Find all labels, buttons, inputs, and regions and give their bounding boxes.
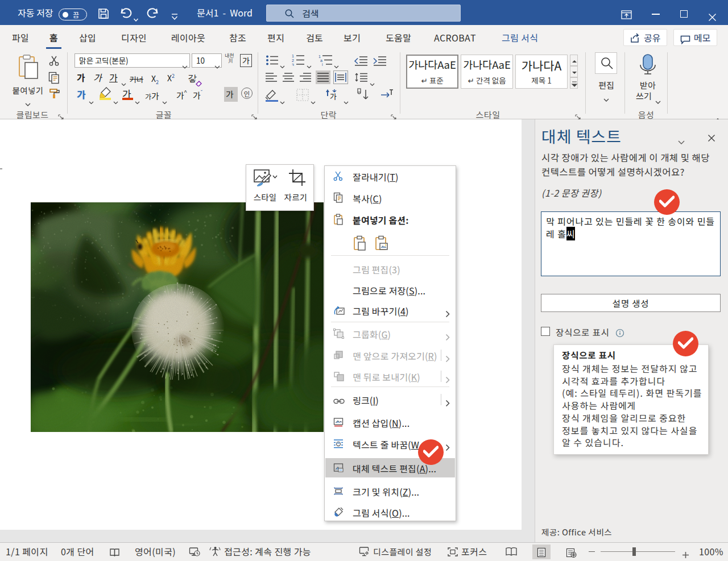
svg-text:2: 2: [292, 59, 294, 63]
svg-text:a: a: [320, 59, 322, 63]
svg-text:1: 1: [292, 54, 294, 58]
svg-text:가: 가: [330, 91, 337, 102]
svg-text:3: 3: [292, 63, 294, 66]
svg-text:i: i: [322, 63, 323, 66]
svg-text:1: 1: [318, 55, 321, 59]
